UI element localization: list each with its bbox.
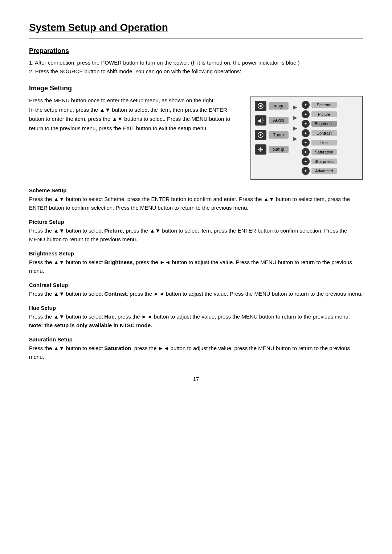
tuner-label: Tuner <box>269 131 289 139</box>
sub-icon-scheme <box>302 101 310 109</box>
preparations-step-1: 1. After connection, press the POWER but… <box>29 58 363 67</box>
sub-icon-hue <box>302 139 310 147</box>
menu-row-audio: Audio <box>255 115 289 126</box>
preparations-text: 1. After connection, press the POWER but… <box>29 58 363 76</box>
sub-icon-sharpness <box>302 157 310 165</box>
sub-icon-saturation <box>302 148 310 156</box>
preparations-section: Preparations 1. After connection, press … <box>29 47 363 76</box>
menu-left-panel: Image Audio <box>255 101 289 175</box>
hue-setup-body: Press the ▲▼ button to select Hue, press… <box>29 312 363 321</box>
menu-sub-contrast: Contrast <box>302 129 337 137</box>
contrast-setup-section: Contrast Setup Press the ▲▼ button to se… <box>29 282 363 298</box>
scheme-setup-title: Scheme Setup <box>29 187 363 193</box>
sub-label-brightness: Brightness <box>311 121 337 127</box>
picture-setup-title: Picture Setup <box>29 219 363 225</box>
image-setting-section: Image Setting Press the MENU button once… <box>29 85 363 361</box>
image-setting-content: Press the MENU button once to enter the … <box>29 96 363 180</box>
sub-icon-advanced <box>302 167 310 175</box>
scheme-setup-section: Scheme Setup Press the ▲▼ button to sele… <box>29 187 363 212</box>
preparations-heading: Preparations <box>29 47 363 55</box>
preparations-step-2: 2. Press the SOURCE button to shift mode… <box>29 67 363 76</box>
sub-label-picture: Picture <box>311 111 337 117</box>
scheme-setup-body: Press the ▲▼ button to select Scheme, pr… <box>29 195 363 212</box>
hue-setup-note: Note: the setup is only available in NTS… <box>29 321 363 330</box>
svg-point-3 <box>260 148 262 151</box>
sub-label-scheme: Scheme <box>311 102 337 108</box>
menu-sub-picture: Picture <box>302 110 337 118</box>
image-label: Image <box>269 102 289 110</box>
sub-label-advanced: Advanced <box>311 168 337 174</box>
image-icon <box>255 101 266 111</box>
image-setting-heading: Image Setting <box>29 85 363 92</box>
saturation-setup-body: Press the ▲▼ button to select Saturation… <box>29 344 363 361</box>
hue-setup-section: Hue Setup Press the ▲▼ button to select … <box>29 305 363 330</box>
menu-sub-advanced: Advanced <box>302 167 337 175</box>
brightness-setup-title: Brightness Setup <box>29 250 363 257</box>
sub-label-contrast: Contrast <box>311 130 337 136</box>
tuner-icon <box>255 130 266 140</box>
sub-icon-brightness <box>302 120 310 128</box>
menu-sub-hue: Hue <box>302 139 337 147</box>
arrow-1: ► <box>291 103 299 111</box>
page-number: 17 <box>29 376 363 382</box>
audio-icon <box>255 115 266 126</box>
sub-label-saturation: Saturation <box>311 149 337 155</box>
menu-sub-brightness: Brightness <box>302 120 337 128</box>
picture-setup-body: Press the ▲▼ button to select Picture, p… <box>29 226 363 244</box>
menu-row-tuner: Tuner <box>255 130 289 140</box>
menu-sub-scheme: Scheme <box>302 101 337 109</box>
menu-row-image: Image <box>255 101 289 111</box>
brightness-setup-section: Brightness Setup Press the ▲▼ button to … <box>29 250 363 275</box>
menu-sub-sharpness: Sharpness <box>302 157 337 165</box>
menu-columns: Image Audio <box>255 101 359 175</box>
setup-icon <box>255 144 266 155</box>
menu-sub-saturation: Saturation <box>302 148 337 156</box>
sub-label-sharpness: Sharpness <box>311 159 337 164</box>
sub-icon-contrast <box>302 129 310 137</box>
arrow-2: ► <box>291 114 299 122</box>
sub-label-hue: Hue <box>311 140 337 145</box>
hue-setup-title: Hue Setup <box>29 305 363 311</box>
menu-diagram: Image Audio <box>250 96 363 180</box>
arrow-3: ► <box>291 124 299 132</box>
image-setting-description: Press the MENU button once to enter the … <box>29 96 240 133</box>
contrast-setup-body: Press the ▲▼ button to select Contrast, … <box>29 290 363 298</box>
svg-point-1 <box>260 105 262 107</box>
contrast-setup-title: Contrast Setup <box>29 282 363 288</box>
page-title: System Setup and Operation <box>29 22 363 35</box>
menu-arrows: ► ► ► ► <box>291 101 299 175</box>
title-divider <box>29 38 363 38</box>
menu-right-panel: Scheme Picture Brightness Contrast <box>302 101 337 175</box>
sub-icon-picture <box>302 110 310 118</box>
menu-row-setup: Setup <box>255 144 289 155</box>
picture-setup-section: Picture Setup Press the ▲▼ button to sel… <box>29 219 363 244</box>
saturation-setup-section: Saturation Setup Press the ▲▼ button to … <box>29 336 363 361</box>
setup-label: Setup <box>269 146 289 153</box>
saturation-setup-title: Saturation Setup <box>29 336 363 342</box>
arrow-4: ► <box>291 135 299 143</box>
audio-label: Audio <box>269 117 289 124</box>
brightness-setup-body: Press the ▲▼ button to select Brightness… <box>29 258 363 275</box>
